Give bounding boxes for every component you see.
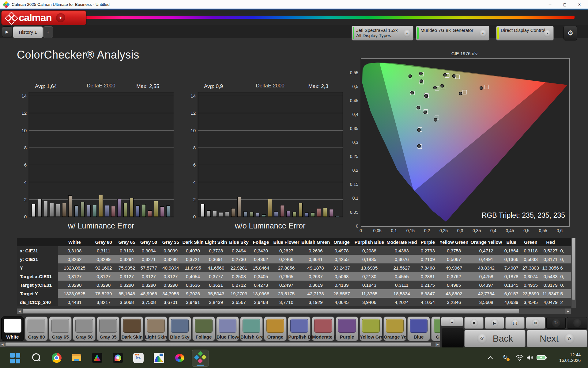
file-explorer-icon[interactable] bbox=[71, 353, 82, 363]
scroll-left-icon[interactable]: ◀ bbox=[0, 342, 5, 347]
swatch-blue-flower[interactable]: Blue Flower bbox=[216, 316, 239, 341]
back-button[interactable]: « Back bbox=[464, 330, 526, 347]
scroll-left-icon[interactable]: ◀ bbox=[17, 309, 22, 314]
meter-button[interactable]: Jeti SpectraVal 15xx All Display Types ▼ bbox=[352, 26, 413, 40]
tab-history-1[interactable]: History 1 bbox=[13, 26, 43, 38]
pattern-window-expand-button[interactable]: ▲ bbox=[441, 317, 463, 326]
swatch-moderate-red[interactable]: Moderate Red bbox=[312, 316, 334, 341]
swatch-foliage[interactable]: Foliage bbox=[192, 316, 215, 341]
col-header-blue-sky: Blue Sky bbox=[228, 238, 250, 246]
bar-orange-yellow bbox=[299, 203, 303, 217]
swatch-purple[interactable]: Purple bbox=[336, 316, 358, 341]
frame-advance-button[interactable]: [··] bbox=[505, 317, 525, 329]
swatch-purplish-blue[interactable]: Purplish Blue bbox=[288, 316, 311, 341]
bar-light-skin bbox=[237, 197, 241, 217]
cie-1976-diagram: RGB Triplet: 235, 235, 235 bbox=[361, 58, 570, 227]
spectra-app-icon[interactable] bbox=[154, 353, 164, 363]
swatch-bluish-green[interactable]: Bluish Green bbox=[240, 316, 263, 341]
cie-measured-gray-35 bbox=[424, 94, 428, 97]
volume-icon[interactable] bbox=[526, 354, 534, 361]
gridline-4 bbox=[198, 182, 343, 182]
col-header-orange: Orange bbox=[330, 238, 352, 246]
cell: 0,4758 bbox=[470, 272, 503, 281]
chrome-icon[interactable] bbox=[51, 353, 62, 363]
tray-expand-icon[interactable] bbox=[488, 355, 494, 361]
calman-taskbar-icon[interactable] bbox=[192, 350, 209, 367]
window-title: Calman 2025 Calman Ultimate for Business… bbox=[12, 0, 110, 9]
swatch-blue-sky[interactable]: Blue Sky bbox=[168, 316, 191, 341]
cie-y-tick: 0,1 bbox=[345, 196, 358, 201]
gamut-app-icon[interactable] bbox=[92, 353, 102, 363]
swatch-scrollbar[interactable]: ◀ ▶ bbox=[0, 342, 440, 347]
cell: 0,2466 bbox=[272, 255, 301, 263]
swatch-gray-80[interactable]: Gray 80 bbox=[25, 316, 48, 341]
swatch-orange[interactable]: Orange bbox=[264, 316, 287, 341]
swatch-label: Gray 35 bbox=[97, 334, 119, 339]
swatch-color-patch bbox=[4, 319, 21, 333]
display-control-name: Direct Display Control bbox=[501, 28, 551, 33]
stop-button[interactable]: ■ bbox=[464, 317, 484, 329]
cell: 0,3127 bbox=[138, 272, 160, 281]
chevron-down-icon[interactable]: ▼ bbox=[479, 30, 487, 37]
swatch-green[interactable]: Green bbox=[431, 316, 440, 341]
refresh-button[interactable]: ↻ bbox=[546, 317, 566, 329]
sync-icon[interactable]: ↻ bbox=[501, 353, 510, 362]
table-v-scroll-thumb[interactable] bbox=[572, 238, 575, 300]
swatch-scroll-thumb[interactable] bbox=[6, 343, 431, 346]
cell: 1323,0825 bbox=[58, 289, 92, 298]
table-h-scroll-thumb[interactable] bbox=[23, 309, 519, 313]
chevron-down-icon[interactable]: ▼ bbox=[56, 13, 65, 22]
source-button[interactable]: Murideo 7G 8K Generator ▼ bbox=[416, 26, 489, 40]
maximize-button[interactable]: ▢ bbox=[557, 0, 572, 9]
wifi-icon[interactable] bbox=[516, 354, 524, 361]
start-button[interactable] bbox=[10, 353, 21, 363]
play-button[interactable]: ▶ bbox=[485, 317, 504, 329]
calman-menu-button[interactable]: calman ▼ bbox=[1, 10, 86, 25]
minimize-button[interactable]: ─ bbox=[543, 0, 557, 9]
display-control-button[interactable]: Direct Display Control ▼ bbox=[496, 26, 554, 40]
table-v-scrollbar[interactable] bbox=[571, 238, 576, 308]
chevron-down-icon[interactable]: ▼ bbox=[544, 30, 551, 37]
colordrop-app-icon[interactable] bbox=[113, 353, 123, 363]
swatch-orange-yellow[interactable]: Orange Yellow bbox=[383, 316, 406, 341]
swatch-color-patch bbox=[219, 319, 236, 333]
pattern-preview-window[interactable] bbox=[441, 328, 464, 348]
swatch-light-skin[interactable]: Light Skin bbox=[145, 316, 167, 341]
swatch-color-patch bbox=[338, 319, 356, 333]
table-h-scrollbar[interactable]: ◀ ▶ bbox=[17, 309, 571, 314]
tray-clock[interactable]: 12:44 16.01.2026 bbox=[559, 352, 581, 363]
record-button[interactable] bbox=[567, 317, 587, 329]
swatch-blue[interactable]: Blue bbox=[407, 316, 430, 341]
cell: 0,4070 bbox=[182, 246, 204, 255]
meter-status-indicator bbox=[353, 27, 354, 39]
add-tab-button[interactable]: + bbox=[43, 26, 53, 38]
workflow-expand-button[interactable]: ▶ bbox=[2, 26, 12, 37]
next-button[interactable]: Next » bbox=[527, 330, 587, 347]
scroll-right-icon[interactable]: ▶ bbox=[435, 342, 440, 347]
swatch-dark-skin[interactable]: Dark Skin bbox=[121, 316, 143, 341]
chevron-down-icon[interactable]: ▼ bbox=[403, 30, 411, 37]
swatch-label: White bbox=[2, 334, 24, 339]
scroll-right-icon[interactable]: ▶ bbox=[565, 309, 571, 314]
continuous-measure-button[interactable]: ∞ bbox=[526, 317, 545, 329]
bar-orange-yellow bbox=[130, 198, 134, 217]
snipping-tool-icon[interactable]: ✂ bbox=[133, 353, 144, 363]
close-button[interactable]: ✕ bbox=[572, 0, 587, 9]
settings-gear-button[interactable]: ⚙ bbox=[564, 26, 577, 40]
swatch-color-patch bbox=[314, 319, 332, 333]
swatch-yellow-green[interactable]: Yellow Green bbox=[360, 316, 382, 341]
swatch-label: Gray 80 bbox=[25, 334, 47, 339]
swatch-label: Dark Skin bbox=[121, 334, 143, 339]
battery-icon[interactable] bbox=[537, 355, 547, 361]
swatch-white[interactable]: White bbox=[1, 316, 24, 341]
swatch-gray-35[interactable]: Gray 35 bbox=[97, 316, 119, 341]
color-wheel-icon[interactable] bbox=[175, 353, 185, 363]
bar-blue-flower bbox=[256, 213, 260, 217]
table-row-y: Y1323,082592,160275,935257,577740,983411… bbox=[17, 263, 571, 272]
search-icon[interactable] bbox=[31, 353, 41, 363]
swatch-gray-65[interactable]: Gray 65 bbox=[49, 316, 72, 341]
swatch-color-patch bbox=[123, 319, 141, 333]
swatch-gray-50[interactable]: Gray 50 bbox=[73, 316, 96, 341]
chart1-caption: w/ Luminance Error bbox=[29, 221, 173, 230]
cell: 0, bbox=[560, 281, 571, 289]
